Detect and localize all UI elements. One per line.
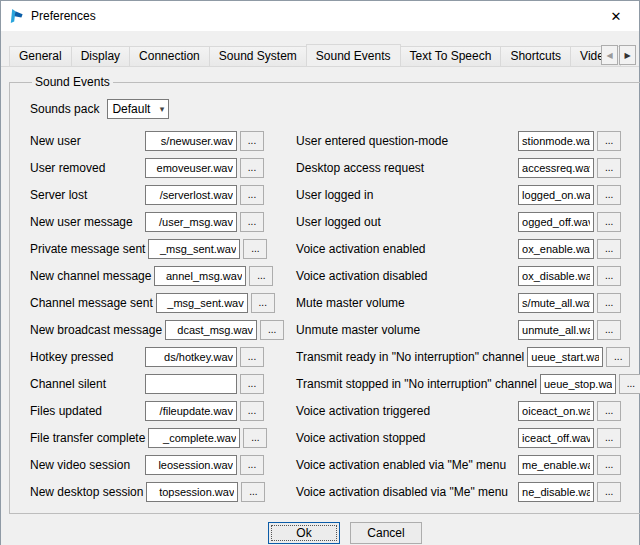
sound-event-label: Channel message sent [30,296,153,310]
sound-event-label: Private message sent [30,242,145,256]
sound-file-input[interactable] [518,239,594,259]
sound-file-input[interactable] [145,158,237,178]
browse-button[interactable]: ... [597,293,621,313]
sound-file-input[interactable] [518,320,594,340]
sound-event-label: Voice activation enabled via "Me" menu [296,458,515,472]
sound-event-row: New user... [30,131,284,151]
browse-button[interactable]: ... [241,482,265,502]
tab-sound-events[interactable]: Sound Events [306,44,401,66]
ok-button[interactable]: Ok [268,522,340,544]
tab-scrollers: ◀ ▶ [600,45,636,65]
browse-button[interactable]: ... [251,293,275,313]
sounds-pack-select[interactable]: Default ▾ [107,99,169,119]
browse-button[interactable]: ... [240,374,264,394]
browse-button[interactable]: ... [597,455,621,475]
browse-button[interactable]: ... [240,347,264,367]
sounds-pack-label: Sounds pack [30,102,99,116]
sound-file-input[interactable] [518,293,594,313]
sound-file-input[interactable] [540,374,616,394]
browse-button[interactable]: ... [243,239,267,259]
browse-button[interactable]: ... [240,131,264,151]
sound-file-input[interactable] [518,482,594,502]
sound-file-input[interactable] [518,131,594,151]
browse-button[interactable]: ... [240,158,264,178]
sound-event-row: Voice activation enabled via "Me" menu..… [296,455,640,475]
cancel-button[interactable]: Cancel [350,522,422,544]
preferences-window: Preferences ✕ GeneralDisplayConnectionSo… [0,0,640,545]
tab-connection[interactable]: Connection [129,46,210,66]
browse-button[interactable]: ... [597,266,621,286]
browse-button[interactable]: ... [597,158,621,178]
tab-display[interactable]: Display [71,46,130,66]
browse-button[interactable]: ... [597,401,621,421]
browse-button[interactable]: ... [260,320,284,340]
browse-button[interactable]: ... [597,239,621,259]
window-title: Preferences [31,9,96,23]
sound-file-input[interactable] [145,374,237,394]
sound-event-label: Voice activation disabled via "Me" menu [296,485,515,499]
sound-file-input[interactable] [146,482,238,502]
browse-button[interactable]: ... [240,185,264,205]
title-bar: Preferences ✕ [1,1,639,31]
sound-file-input[interactable] [518,158,594,178]
tab-scroll-left-button[interactable]: ◀ [601,45,618,65]
browse-button[interactable]: ... [240,212,264,232]
tab-bar: GeneralDisplayConnectionSound SystemSoun… [1,44,639,66]
sound-file-input[interactable] [145,212,237,232]
sound-file-input[interactable] [154,266,246,286]
tab-general[interactable]: General [9,46,72,66]
browse-button[interactable]: ... [243,428,267,448]
browse-button[interactable]: ... [597,212,621,232]
sound-file-input[interactable] [518,428,594,448]
sound-file-input[interactable] [518,401,594,421]
sound-event-label: Transmit stopped in "No interruption" ch… [296,377,537,391]
sound-event-label: User entered question-mode [296,134,515,148]
sound-event-row: Channel message sent... [30,293,284,313]
sound-file-input[interactable] [518,212,594,232]
sound-file-input[interactable] [148,428,240,448]
sound-file-input[interactable] [156,293,248,313]
left-column: New user...User removed...Server lost...… [30,131,284,509]
browse-button[interactable]: ... [240,401,264,421]
sound-event-row: New broadcast message... [30,320,284,340]
tab-scroll-right-button[interactable]: ▶ [619,45,636,65]
sound-event-row: Hotkey pressed... [30,347,284,367]
browse-button[interactable]: ... [597,428,621,448]
sound-file-input[interactable] [518,455,594,475]
sound-event-label: New user message [30,215,142,229]
sound-file-input[interactable] [145,401,237,421]
sound-event-row: Voice activation disabled... [296,266,640,286]
sound-event-row: User logged in... [296,185,640,205]
sound-file-input[interactable] [518,266,594,286]
browse-button[interactable]: ... [249,266,273,286]
browse-button[interactable]: ... [597,482,621,502]
sound-file-input[interactable] [518,185,594,205]
sound-event-label: User removed [30,161,142,175]
browse-button[interactable]: ... [240,455,264,475]
sound-file-input[interactable] [145,185,237,205]
sound-file-input[interactable] [145,131,237,151]
browse-button[interactable]: ... [619,374,640,394]
sound-event-row: Voice activation disabled via "Me" menu.… [296,482,640,502]
sound-event-row: Transmit ready in "No interruption" chan… [296,347,640,367]
chevron-down-icon: ▾ [160,104,165,114]
browse-button[interactable]: ... [597,185,621,205]
sound-file-input[interactable] [145,455,237,475]
browse-button[interactable]: ... [606,347,630,367]
tab-text-to-speech[interactable]: Text To Speech [400,46,502,66]
sound-file-input[interactable] [527,347,603,367]
sound-event-label: New user [30,134,142,148]
close-button[interactable]: ✕ [593,1,639,31]
sound-event-row: New video session... [30,455,284,475]
tab-sound-system[interactable]: Sound System [209,46,307,66]
chevron-right-icon: ▶ [624,51,630,60]
tab-shortcuts[interactable]: Shortcuts [500,46,571,66]
app-icon [9,8,25,24]
sound-file-input[interactable] [165,320,257,340]
browse-button[interactable]: ... [597,320,621,340]
browse-button[interactable]: ... [597,131,621,151]
sound-file-input[interactable] [148,239,240,259]
sound-file-input[interactable] [145,347,237,367]
right-column: User entered question-mode...Desktop acc… [296,131,640,509]
sound-event-row: Private message sent... [30,239,284,259]
